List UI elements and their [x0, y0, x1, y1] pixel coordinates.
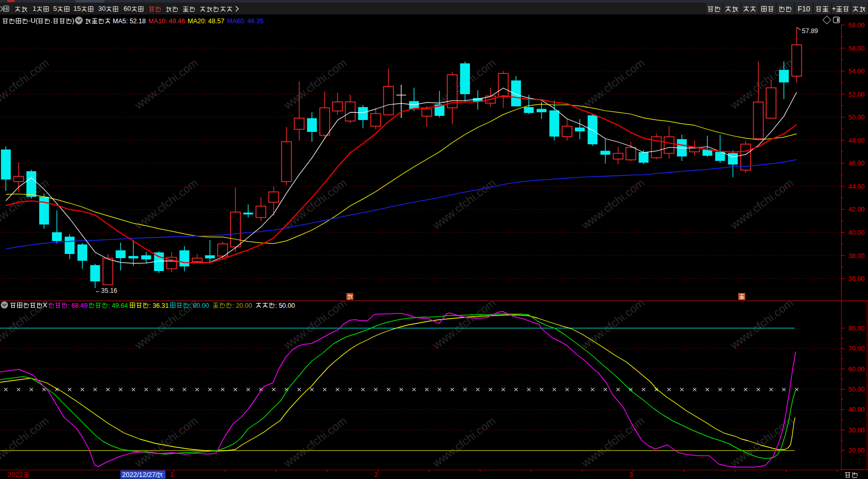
svg-text:52.00: 52.00 — [848, 91, 864, 98]
svg-text:: 20.00: : 20.00 — [232, 302, 252, 309]
svg-text:3: 3 — [629, 471, 633, 478]
svg-text:5: 5 — [53, 5, 57, 12]
svg-text:36.00: 36.00 — [848, 275, 864, 282]
svg-text:60.00: 60.00 — [848, 366, 864, 373]
svg-text:30: 30 — [98, 5, 105, 12]
svg-text:48.00: 48.00 — [848, 137, 864, 144]
svg-text:X: X — [43, 301, 48, 309]
svg-text:70.00: 70.00 — [848, 345, 864, 352]
svg-text:46.00: 46.00 — [848, 160, 864, 167]
svg-text:MA20: 48.57: MA20: 48.57 — [188, 18, 224, 25]
svg-text:54.00: 54.00 — [848, 68, 864, 75]
svg-text:MA5: 52.18: MA5: 52.18 — [113, 18, 146, 25]
svg-text:44.00: 44.00 — [848, 183, 864, 190]
svg-text:: 36.31: : 36.31 — [149, 302, 169, 309]
svg-text:+: + — [832, 5, 836, 12]
svg-text:60: 60 — [124, 5, 131, 12]
svg-text:: 49.64: : 49.64 — [108, 302, 128, 309]
svg-text:: 68.49: : 68.49 — [68, 302, 87, 309]
svg-text:MA10: 49.46: MA10: 49.46 — [148, 18, 185, 25]
svg-text:58.00: 58.00 — [848, 22, 864, 29]
svg-text:20.00: 20.00 — [848, 447, 864, 454]
svg-text:1: 1 — [33, 5, 36, 12]
svg-text:80.00: 80.00 — [848, 325, 864, 332]
svg-text:2: 2 — [374, 471, 378, 478]
svg-text:40.00: 40.00 — [848, 406, 864, 413]
svg-text:-U(: -U( — [28, 17, 38, 24]
svg-text:2022/12/27/: 2022/12/27/ — [122, 471, 158, 478]
svg-text:: 80.00: : 80.00 — [189, 302, 209, 309]
svg-text:57.89: 57.89 — [802, 27, 818, 35]
svg-text:40.00: 40.00 — [848, 229, 864, 236]
svg-text:50.00: 50.00 — [848, 386, 864, 393]
svg-text:15: 15 — [73, 5, 81, 12]
svg-text:1: 1 — [170, 471, 174, 478]
svg-text:←35.16: ←35.16 — [95, 287, 117, 294]
svg-text:F10: F10 — [798, 5, 810, 13]
svg-text:.: . — [51, 17, 53, 24]
svg-text:42.00: 42.00 — [848, 206, 864, 213]
svg-text:MA60: 46.35: MA60: 46.35 — [227, 18, 264, 25]
svg-text:: 50.00: : 50.00 — [275, 302, 295, 309]
svg-text:50.00: 50.00 — [848, 114, 864, 121]
svg-text:30.00: 30.00 — [848, 427, 864, 434]
svg-text:56.00: 56.00 — [848, 45, 864, 52]
svg-text:2022: 2022 — [8, 471, 23, 478]
svg-text:38.00: 38.00 — [848, 252, 864, 260]
svg-text:): ) — [72, 17, 74, 24]
